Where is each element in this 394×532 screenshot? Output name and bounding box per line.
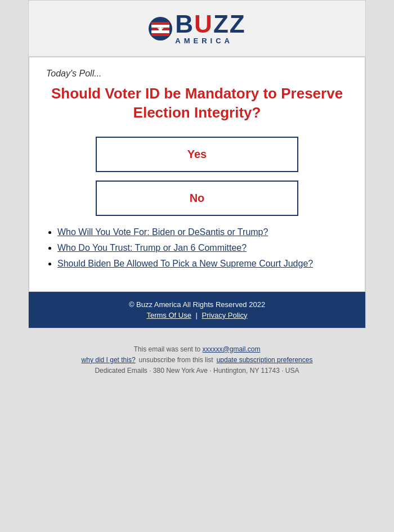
logo-america-text: AMERICA [175,37,233,45]
svg-rect-3 [151,33,169,36]
preferences-link[interactable]: update subscription preferences [217,356,313,364]
related-polls-list: Who Will You Vote For: Biden or DeSantis… [46,227,348,269]
footer-separator: | [196,311,198,319]
list-item: Who Will You Vote For: Biden or DeSantis… [57,227,348,237]
page-wrapper: BUZZ AMERICA Today's Poll... Should Vote… [0,0,394,386]
list-item: Who Do You Trust: Trump or Jan 6 Committ… [57,243,348,253]
unsubscribe-text: unsubscribe from this list [139,356,213,364]
email-sent-text: This email was sent to [134,345,201,353]
footer-section: © Buzz America All Rights Reserved 2022 … [29,292,365,328]
address-row: Dedicated Emails · 380 New York Ave · Hu… [11,367,383,375]
email-address-link[interactable]: xxxxxx@gmail.com [203,345,261,353]
related-poll-link-3[interactable]: Should Biden Be Allowed To Pick a New Su… [57,259,313,268]
svg-rect-5 [151,30,169,33]
terms-of-use-link[interactable]: Terms Of Use [146,311,191,319]
svg-rect-1 [151,22,169,25]
email-sent-line: This email was sent to xxxxxx@gmail.com [11,345,383,353]
list-item: Should Biden Be Allowed To Pick a New Su… [57,259,348,269]
related-poll-link-1[interactable]: Who Will You Vote For: Biden or DeSantis… [57,227,268,237]
logo-container: BUZZ AMERICA [148,12,245,45]
todays-poll-label: Today's Poll... [46,69,348,79]
main-content: Today's Poll... Should Voter ID be Manda… [29,57,365,292]
yes-button[interactable]: Yes [96,137,298,172]
unsubscribe-row: why did I get this? unsubscribe from thi… [11,356,383,364]
footer-links: Terms Of Use | Privacy Policy [40,311,354,319]
email-container: BUZZ AMERICA Today's Poll... Should Vote… [28,0,366,328]
logo-text-container: BUZZ AMERICA [175,12,245,45]
why-link[interactable]: why did I get this? [82,356,136,364]
bottom-info: This email was sent to xxxxxx@gmail.com … [0,328,394,386]
logo-buzz-text: BUZZ [175,12,245,37]
poll-question: Should Voter ID be Mandatory to Preserve… [46,84,348,123]
no-button[interactable]: No [96,181,298,216]
buzz-flag-icon [148,16,173,41]
privacy-policy-link[interactable]: Privacy Policy [202,311,248,319]
copyright-text: © Buzz America All Rights Reserved 2022 [40,300,354,309]
header-section: BUZZ AMERICA [29,1,365,57]
related-poll-link-2[interactable]: Who Do You Trust: Trump or Jan 6 Committ… [57,243,247,253]
